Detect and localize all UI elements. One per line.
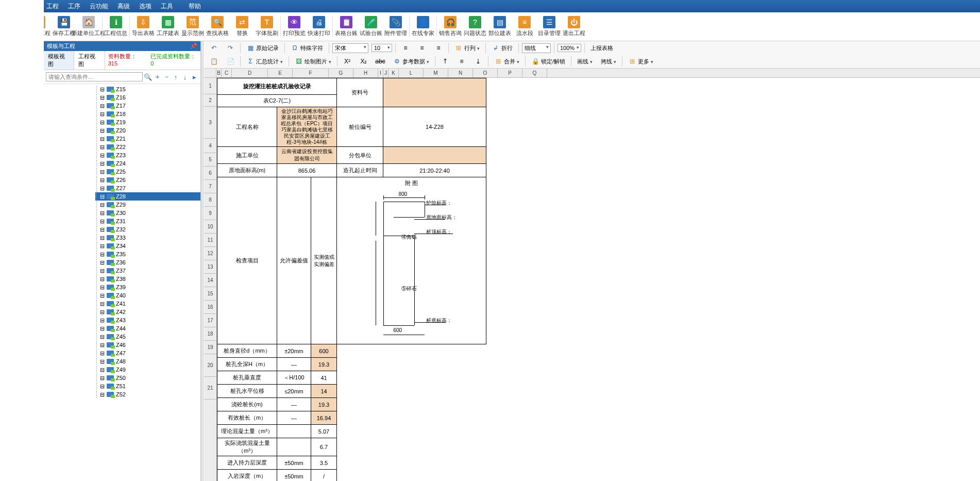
toolbar-销售咨询[interactable]: 🎧销售咨询 [438, 13, 463, 40]
menu-item[interactable]: 工序 [68, 2, 80, 11]
toolbar-快速打印[interactable]: 🖨快速打印 [307, 13, 331, 40]
menu-item[interactable]: 帮助 [189, 2, 201, 11]
toolbar-目录管理[interactable]: ☰目录管理 [537, 13, 562, 40]
main-toolbar: 📄新建工程📂打开工程💾保存工程🏠新建单位工程ℹ工程信息⇩导出表格▦工序建表范显示… [0, 12, 980, 41]
toolbar-问题状态[interactable]: ?问题状态 [463, 13, 487, 40]
toolbar-部位建表[interactable]: ▤部位建表 [487, 13, 512, 40]
toolbar-在线专家[interactable]: 👤在线专家 [411, 13, 435, 40]
toolbar-打印预览[interactable]: 👁打印预览 [282, 13, 307, 40]
menubar: 工程 工序 云功能 高级 选项 工具 帮助 [0, 0, 980, 12]
toolbar-附件管理[interactable]: 📎附件管理 [383, 13, 408, 40]
toolbar-替换[interactable]: ⇄替换 [230, 13, 255, 40]
toolbar-工序建表[interactable]: ▦工序建表 [156, 13, 180, 40]
toolbar-表格台账[interactable]: 📋表格台账 [334, 13, 359, 40]
toolbar-工程信息[interactable]: ℹ工程信息 [104, 13, 128, 40]
toolbar-新建单位工程[interactable]: 🏠新建单位工程 [76, 13, 101, 40]
menu-item[interactable]: 工具 [161, 2, 173, 11]
toolbar-字体批刷[interactable]: T字体批刷 [255, 13, 279, 40]
menu-item[interactable]: 高级 [117, 2, 130, 11]
menu-item[interactable]: 云功能 [90, 2, 108, 11]
toolbar-显示范例[interactable]: 范显示范例 [180, 13, 205, 40]
toolbar-流水段[interactable]: ≡流水段 [512, 13, 537, 40]
toolbar-查找表格[interactable]: 🔍查找表格 [205, 13, 230, 40]
toolbar-退出工程[interactable]: ⏻退出工程 [562, 13, 586, 40]
toolbar-导出表格[interactable]: ⇩导出表格 [131, 13, 156, 40]
menu-item[interactable]: 工程 [46, 2, 59, 11]
toolbar-试验台账[interactable]: 🧪试验台账 [359, 13, 383, 40]
menu-item[interactable]: 选项 [139, 2, 151, 11]
